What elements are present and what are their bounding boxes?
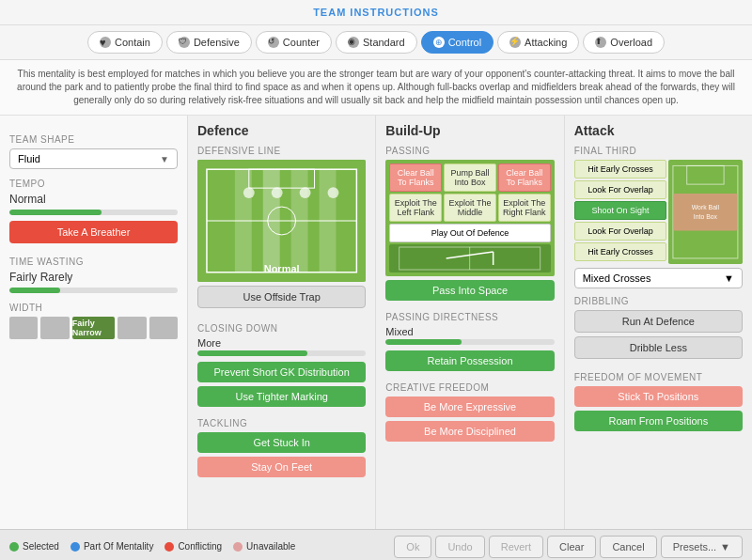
prevent-gk-button[interactable]: Prevent Short GK Distribution bbox=[197, 362, 366, 382]
time-wasting-label: TIME WASTING bbox=[9, 257, 178, 267]
width-value: Fairly Narrow bbox=[72, 319, 116, 337]
passing-cell-4[interactable]: Exploit The Middle bbox=[444, 194, 496, 222]
standard-icon: ◉ bbox=[348, 37, 359, 48]
tackling-label: TACKLING bbox=[197, 418, 366, 428]
chevron-down-icon: ▼ bbox=[720, 541, 730, 552]
action-buttons: Ok Undo Revert Clear Cancel Presets... ▼ bbox=[394, 536, 743, 558]
svg-text:Work Ball: Work Ball bbox=[692, 204, 720, 210]
mentality-dot bbox=[70, 542, 80, 552]
defensive-line-label: DEFENSIVE LINE bbox=[197, 146, 366, 156]
conflicting-dot bbox=[164, 542, 174, 552]
stick-to-positions-button[interactable]: Stick To Positions bbox=[574, 386, 743, 407]
field-normal-label: Normal bbox=[264, 263, 300, 274]
closing-down-value: More bbox=[197, 337, 366, 349]
tempo-label: TEMPO bbox=[9, 179, 178, 189]
ft-shoot-on-sight[interactable]: Shoot On Sight bbox=[574, 201, 667, 220]
freedom-label: FREEDOM OF MOVEMENT bbox=[574, 372, 743, 382]
ok-button[interactable]: Ok bbox=[394, 536, 431, 558]
defence-title: Defence bbox=[197, 123, 366, 138]
dribbling-label: DRIBBLING bbox=[574, 296, 743, 306]
dribble-less-button[interactable]: Dribble Less bbox=[574, 336, 743, 359]
tab-contain[interactable]: ♥ Contain bbox=[87, 31, 163, 54]
team-shape-label: TEAM SHAPE bbox=[9, 134, 178, 145]
tab-standard[interactable]: ◉ Standard bbox=[336, 31, 417, 54]
get-stuck-button[interactable]: Get Stuck In bbox=[197, 432, 366, 453]
defensive-line-diagram: Normal bbox=[197, 160, 366, 282]
team-shape-dropdown[interactable]: Fluid ▼ bbox=[9, 148, 178, 169]
width-label: WIDTH bbox=[9, 303, 178, 313]
be-more-disciplined-button[interactable]: Be More Disciplined bbox=[385, 421, 554, 442]
svg-point-9 bbox=[272, 187, 283, 198]
breather-button[interactable]: Take A Breather bbox=[9, 221, 178, 243]
roam-from-positions-button[interactable]: Roam From Positions bbox=[574, 411, 743, 431]
tab-bar: ♥ Contain 🛡 Defensive ↺ Counter ◉ Standa… bbox=[0, 25, 752, 60]
tab-overload[interactable]: ⬆ Overload bbox=[583, 31, 665, 54]
attack-column: Attack FINAL THIRD Hit Early Crosses Loo… bbox=[565, 116, 752, 529]
revert-button[interactable]: Revert bbox=[489, 536, 543, 558]
pass-into-space-button[interactable]: Pass Into Space bbox=[385, 280, 554, 301]
ft-hit-early-crosses-top[interactable]: Hit Early Crosses bbox=[574, 160, 667, 179]
ft-look-for-overlap-bottom[interactable]: Look For Overlap bbox=[574, 222, 667, 241]
bottom-bar: Selected Part Of Mentality Conflicting U… bbox=[0, 529, 752, 560]
time-wasting-slider[interactable] bbox=[9, 288, 178, 293]
top-bar: TEAM INSTRUCTIONS bbox=[0, 0, 752, 25]
offside-trap-button[interactable]: Use Offside Trap bbox=[197, 286, 366, 308]
legend-unavailable: Unavailable bbox=[233, 541, 295, 552]
buildup-column: Build-Up PASSING Clear Ball To Flanks Pu… bbox=[376, 116, 564, 529]
stay-on-feet-button[interactable]: Stay On Feet bbox=[197, 457, 366, 477]
svg-point-11 bbox=[327, 187, 338, 198]
passing-directness-label: PASSING DIRECTNESS bbox=[385, 312, 554, 322]
unavailable-dot bbox=[233, 542, 243, 552]
mixed-crosses-dropdown[interactable]: Mixed Crosses ▼ bbox=[574, 268, 743, 288]
clear-button[interactable]: Clear bbox=[547, 536, 596, 558]
attack-title: Attack bbox=[574, 123, 743, 138]
svg-rect-6 bbox=[291, 169, 308, 272]
buildup-title: Build-Up bbox=[385, 123, 554, 138]
svg-rect-5 bbox=[263, 169, 280, 272]
run-at-defence-button[interactable]: Run At Defence bbox=[574, 310, 743, 333]
tighter-marking-button[interactable]: Use Tighter Marking bbox=[197, 386, 366, 407]
tab-defensive[interactable]: 🛡 Defensive bbox=[166, 31, 252, 54]
ft-look-for-overlap-top[interactable]: Look For Overlap bbox=[574, 180, 667, 199]
tab-counter[interactable]: ↺ Counter bbox=[256, 31, 332, 54]
tempo-value: Normal bbox=[9, 193, 178, 206]
presets-button[interactable]: Presets... ▼ bbox=[661, 536, 743, 558]
svg-point-10 bbox=[300, 187, 311, 198]
control-icon: ⊕ bbox=[433, 37, 445, 48]
cancel-button[interactable]: Cancel bbox=[600, 536, 656, 558]
tempo-slider[interactable] bbox=[9, 210, 178, 215]
page-title: TEAM INSTRUCTIONS bbox=[313, 7, 439, 18]
passing-cell-5[interactable]: Exploit The Right Flank bbox=[498, 194, 551, 222]
closing-down-label: CLOSING DOWN bbox=[197, 323, 366, 334]
main-content: TEAM SHAPE Fluid ▼ TEMPO Normal Take A B… bbox=[0, 116, 752, 529]
legend-part-of-mentality: Part Of Mentality bbox=[70, 541, 153, 552]
tab-control[interactable]: ⊕ Control bbox=[421, 31, 494, 54]
description-text: This mentality is best employed for matc… bbox=[0, 60, 752, 116]
time-wasting-value: Fairly Rarely bbox=[9, 271, 178, 284]
passing-cell-3[interactable]: Exploit The Left Flank bbox=[389, 194, 442, 222]
attacking-icon: ⚡ bbox=[509, 37, 521, 48]
passing-directness-slider[interactable] bbox=[385, 339, 554, 345]
svg-rect-7 bbox=[320, 169, 337, 272]
defence-column: Defence DEFENSIVE LINE bbox=[188, 116, 376, 529]
final-third-label: FINAL THIRD bbox=[574, 146, 743, 156]
undo-button[interactable]: Undo bbox=[435, 536, 484, 558]
app-container: TEAM INSTRUCTIONS ♥ Contain 🛡 Defensive … bbox=[0, 0, 752, 560]
heart-icon: ♥ bbox=[100, 37, 111, 48]
chevron-down-icon: ▼ bbox=[160, 154, 169, 164]
tab-attacking[interactable]: ⚡ Attacking bbox=[497, 31, 579, 54]
closing-down-slider[interactable] bbox=[197, 350, 366, 356]
be-more-expressive-button[interactable]: Be More Expressive bbox=[385, 397, 554, 417]
svg-point-8 bbox=[243, 187, 255, 198]
selected-dot bbox=[9, 542, 19, 552]
chevron-down-icon: ▼ bbox=[724, 272, 734, 284]
passing-cell-1[interactable]: Pump Ball Into Box bbox=[444, 163, 496, 192]
legend: Selected Part Of Mentality Conflicting U… bbox=[9, 541, 394, 552]
passing-cell-0[interactable]: Clear Ball To Flanks bbox=[389, 163, 442, 192]
ft-hit-early-crosses-bottom[interactable]: Hit Early Crosses bbox=[574, 242, 667, 261]
retain-possession-button[interactable]: Retain Possession bbox=[385, 350, 554, 371]
svg-text:Into Box: Into Box bbox=[694, 213, 718, 220]
passing-cell-2[interactable]: Clear Ball To Flanks bbox=[498, 163, 551, 192]
passing-label: PASSING bbox=[385, 146, 554, 156]
passing-cell-6[interactable]: Play Out Of Defence bbox=[389, 224, 550, 242]
